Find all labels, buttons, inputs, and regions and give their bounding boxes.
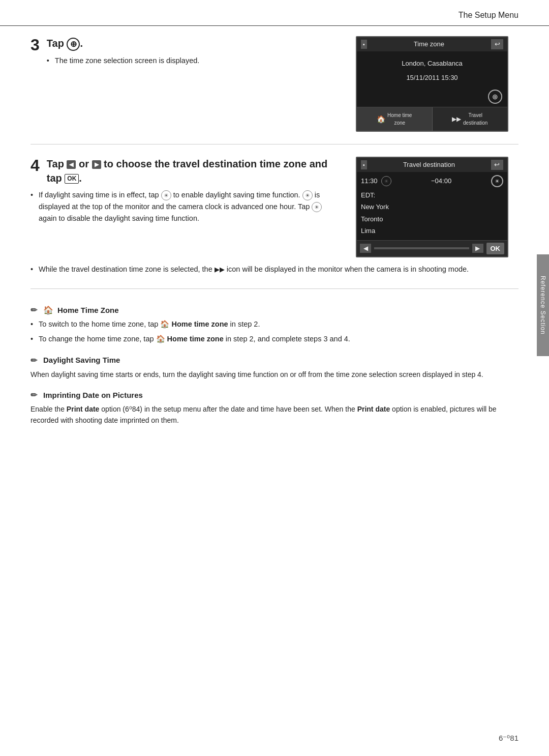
td-ok-button: OK	[486, 243, 505, 255]
step-3-bullets: The time zone selection screen is displa…	[47, 55, 200, 67]
step-4-number: 4	[30, 157, 40, 175]
back-icon: ↩	[491, 39, 503, 49]
reference-section-tab: Reference Section	[537, 254, 549, 356]
note-daylight-title: ✏ Daylight Saving Time	[30, 355, 518, 367]
step-3-left: 3 Tap ⊕. The time zone selection screen …	[30, 36, 356, 75]
step-3-number: 3	[30, 36, 40, 54]
dst-icon-3: ☀	[312, 202, 322, 212]
pencil-icon-1: ✏	[30, 304, 37, 316]
globe-button: ⊕	[488, 90, 502, 104]
step-4-bullet-1: If daylight saving time is in effect, ta…	[30, 189, 341, 225]
td-footer: ◀ ▶ OK	[357, 240, 507, 257]
dst-icon-2: ☀	[302, 190, 313, 200]
note-home-icon: 🏠	[43, 304, 53, 316]
note-home-icon-inline-2: 🏠	[156, 335, 165, 343]
td-header: ▪ Travel destination ↩	[357, 158, 507, 172]
step-3-section: 3 Tap ⊕. The time zone selection screen …	[30, 36, 518, 144]
note-home-label: Home Time Zone	[57, 305, 119, 316]
td-left-arrow: ◀	[360, 244, 371, 253]
home-btn-label2: zone	[387, 119, 412, 127]
pencil-icon-3: ✏	[30, 389, 37, 401]
page-number-text: 6⁻⁰81	[499, 734, 518, 742]
note-home-bullets: To switch to the home time zone, tap 🏠 H…	[30, 318, 518, 345]
note-daylight-label: Daylight Saving Time	[43, 355, 120, 366]
note-daylight-saving: ✏ Daylight Saving Time When daylight sav…	[30, 355, 518, 380]
td-time-value: 11:30	[361, 177, 378, 185]
screen-city: London, Casablanca	[362, 54, 502, 71]
globe-icon: ⊕	[67, 38, 80, 51]
note-home-bold-2: Home time zone	[167, 335, 224, 343]
print-date-bold-1: Print date	[67, 405, 100, 413]
screen-header: ▪ Time zone ↩	[357, 37, 507, 51]
note-imprint-body: Enable the Print date option (6⁰84) in t…	[30, 403, 518, 426]
page-container: The Setup Menu 3 Tap ⊕. The time zone se…	[0, 0, 549, 756]
travel-btn-label1: Travel	[463, 111, 487, 119]
home-btn-label1: Home time	[387, 111, 412, 119]
screen-datetime: 15/11/2011 15:30	[362, 71, 502, 87]
time-zone-screen: ▪ Time zone ↩ London, Casablanca 15/11/2…	[356, 36, 508, 132]
step-4-section: 4 Tap ◀ or ▶ to choose the travel destin…	[30, 157, 518, 289]
td-cities: EDT: New York Toronto Lima	[361, 188, 503, 238]
sidebar-label: Reference Section	[538, 276, 547, 335]
note-home-bullet-2: To change the home time zone, tap 🏠 Home…	[30, 333, 518, 345]
step-3-right: ▪ Time zone ↩ London, Casablanca 15/11/2…	[356, 36, 518, 132]
page-header: The Setup Menu	[0, 0, 549, 26]
td-progress-bar	[374, 247, 469, 249]
step-4-bullet-2: While the travel destination time zone i…	[30, 264, 518, 275]
td-time-row: 11:30 ☀ −04:00 ☀	[361, 174, 503, 188]
td-city-3: Lima	[361, 225, 503, 237]
notes-section: ✏ 🏠 Home Time Zone To switch to the home…	[30, 299, 518, 426]
td-back-icon: ↩	[491, 160, 503, 170]
step-3-bullet-1: The time zone selection screen is displa…	[47, 55, 200, 67]
home-time-zone-btn: 🏠 Home timezone	[357, 107, 432, 131]
note-imprint-title: ✏ Imprinting Date on Pictures	[30, 389, 518, 401]
page-number: 6⁻⁰81	[499, 733, 518, 744]
note-home-bullet-1: To switch to the home time zone, tap 🏠 H…	[30, 318, 518, 330]
print-date-bold-2: Print date	[357, 405, 390, 413]
td-city-2: Toronto	[361, 213, 503, 225]
td-back-indicator: ▪	[361, 160, 367, 170]
note-daylight-body: When daylight saving time starts or ends…	[30, 369, 518, 380]
ok-icon: OK	[65, 174, 79, 184]
note-home-title: ✏ 🏠 Home Time Zone	[30, 304, 518, 316]
step-3-title: Tap ⊕.	[47, 36, 200, 51]
td-title: Travel destination	[403, 160, 455, 170]
dst-icon-1: ☀	[161, 190, 171, 200]
travel-dest-screen: ▪ Travel destination ↩ 11:30 ☀ −04:00	[356, 157, 508, 257]
step-4-right: ▪ Travel destination ↩ 11:30 ☀ −04:00	[356, 157, 518, 257]
screen-body: London, Casablanca 15/11/2011 15:30 ⊕	[357, 51, 507, 107]
step-4-left: 4 Tap ◀ or ▶ to choose the travel destin…	[30, 157, 356, 228]
note-home-icon-inline-1: 🏠	[160, 320, 169, 328]
left-arrow-icon: ◀	[67, 160, 76, 169]
travel-destination-btn: ▶▶ Traveldestination	[433, 107, 508, 131]
td-right-arrow: ▶	[472, 244, 483, 253]
step-4-title-row: 4 Tap ◀ or ▶ to choose the travel destin…	[30, 157, 341, 185]
pencil-icon-2: ✏	[30, 355, 37, 367]
td-offset: −04:00	[431, 176, 451, 186]
step-4-bullet-2-container: While the travel destination time zone i…	[30, 264, 518, 275]
right-arrow-icon: ▶	[92, 160, 101, 169]
td-dst-btn: ☀	[491, 175, 503, 187]
note-imprinting-date: ✏ Imprinting Date on Pictures Enable the…	[30, 389, 518, 426]
travel-icon: ▶▶	[452, 114, 461, 124]
screen-footer: 🏠 Home timezone ▶▶ Traveldestination	[357, 107, 507, 131]
td-city-1: New York	[361, 201, 503, 213]
note-imprint-label: Imprinting Date on Pictures	[43, 390, 143, 401]
travel-mode-icon: ▶▶	[215, 266, 225, 273]
td-time: 11:30 ☀	[361, 176, 391, 187]
screen-back-indicator: ▪	[361, 40, 367, 49]
step-4-heading: Tap ◀ or ▶ to choose the travel destinat…	[47, 157, 341, 185]
screen-title: Time zone	[414, 39, 444, 49]
note-home-time-zone: ✏ 🏠 Home Time Zone To switch to the home…	[30, 304, 518, 345]
travel-btn-label2: destination	[463, 119, 487, 127]
main-content: 3 Tap ⊕. The time zone selection screen …	[0, 26, 549, 446]
td-label: EDT:	[361, 189, 503, 201]
note-home-bold-1: Home time zone	[171, 320, 228, 328]
home-icon: 🏠	[377, 114, 385, 125]
header-title: The Setup Menu	[459, 11, 518, 19]
step-4-bullets: If daylight saving time is in effect, ta…	[30, 189, 341, 225]
step-4-top: 4 Tap ◀ or ▶ to choose the travel destin…	[30, 157, 518, 257]
td-body: 11:30 ☀ −04:00 ☀ EDT: New York Toronto	[357, 172, 507, 240]
td-dst-icon: ☀	[381, 176, 391, 186]
